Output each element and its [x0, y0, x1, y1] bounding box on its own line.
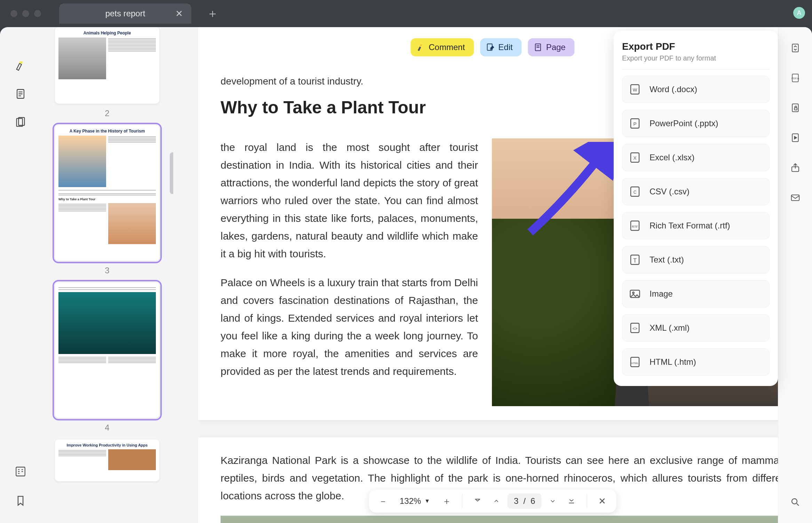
page-organize-icon[interactable]: [14, 115, 27, 129]
export-label: PowerPoint (.pptx): [650, 119, 718, 128]
next-page-button[interactable]: [545, 493, 560, 509]
page-thumbnail[interactable]: A Key Phase in the History of Tourism Wh…: [55, 125, 159, 275]
comment-mode-button[interactable]: Comment: [411, 38, 474, 56]
body-text: Palace on Wheels is a luxury train that …: [221, 274, 478, 380]
svg-text:RTF: RTF: [632, 225, 638, 228]
separator: [462, 494, 462, 508]
close-window-icon[interactable]: [10, 10, 17, 17]
edit-icon: [486, 43, 495, 52]
annotation-arrow: [516, 142, 614, 248]
svg-text:C: C: [634, 190, 637, 195]
export-option-csv[interactable]: C CSV (.csv): [622, 178, 770, 205]
page-thumbnail[interactable]: Improve Working Productivity in Using Ap…: [55, 440, 159, 481]
close-toolbar-button[interactable]: ✕: [595, 493, 610, 509]
right-toolbar: PDF/A: [778, 27, 812, 523]
export-label: Excel (.xlsx): [650, 153, 694, 162]
svg-text:HTML: HTML: [631, 362, 638, 365]
separator: [587, 494, 587, 508]
export-label: XML (.xml): [650, 323, 690, 333]
page-thumbnail[interactable]: Animals Helping People 2: [55, 27, 159, 118]
thumb-subtitle: Why to Take a Plant Tour: [58, 198, 156, 201]
thumb-image: [108, 203, 156, 244]
thumb-title: Improve Working Productivity in Using Ap…: [58, 443, 156, 447]
total-pages: 6: [531, 496, 535, 506]
user-avatar[interactable]: A: [793, 7, 805, 19]
main-viewport: Comment Edit Page development of a touri…: [173, 27, 812, 523]
export-option-excel[interactable]: X Excel (.xlsx): [622, 144, 770, 171]
zoom-in-button[interactable]: ＋: [439, 493, 454, 509]
svg-text:PDF/A: PDF/A: [791, 77, 799, 80]
edit-label: Edit: [498, 42, 512, 52]
thumb-image: [58, 136, 106, 187]
page-icon: [534, 43, 543, 52]
last-page-button[interactable]: [564, 493, 579, 509]
comment-label: Comment: [429, 42, 465, 52]
export-option-powerpoint[interactable]: P PowerPoint (.pptx): [622, 110, 770, 137]
close-tab-icon[interactable]: ✕: [175, 8, 183, 19]
pdfa-icon[interactable]: PDF/A: [788, 71, 802, 85]
xml-icon: <>: [629, 322, 641, 334]
thumbnail-scrollbar[interactable]: [170, 152, 173, 194]
export-option-xml[interactable]: <> XML (.xml): [622, 314, 770, 341]
document-tab[interactable]: pets report ✕: [59, 3, 191, 24]
highlighter-icon: [416, 43, 425, 52]
page-thumbnail[interactable]: 4: [55, 282, 159, 433]
svg-text:P: P: [633, 121, 636, 127]
left-toolbar: [0, 27, 41, 523]
export-label: Rich Text Format (.rtf): [650, 221, 730, 231]
avatar-initial: A: [797, 9, 801, 17]
rtf-icon: RTF: [629, 219, 641, 232]
export-label: Image: [650, 289, 673, 299]
convert-icon[interactable]: [788, 41, 802, 55]
export-label: CSV (.csv): [650, 187, 690, 196]
export-option-word[interactable]: W Word (.docx): [622, 76, 770, 103]
export-option-rtf[interactable]: RTF Rich Text Format (.rtf): [622, 212, 770, 239]
mail-icon[interactable]: [788, 191, 802, 204]
bookmark-icon[interactable]: [14, 494, 27, 508]
zoom-out-button[interactable]: －: [375, 493, 391, 509]
minimize-window-icon[interactable]: [22, 10, 29, 17]
text-icon: T: [629, 254, 641, 266]
highlighter-tool-icon[interactable]: [14, 58, 27, 72]
body-text: the royal land is the most sought after …: [221, 138, 478, 263]
svg-rect-5: [420, 44, 422, 46]
thumb-number: 3: [55, 266, 159, 275]
export-option-image[interactable]: Image: [622, 280, 770, 307]
export-subtitle: Export your PDF to any format: [622, 54, 770, 70]
share-icon[interactable]: [788, 161, 802, 175]
page-mode-button[interactable]: Page: [528, 38, 575, 56]
form-tool-icon[interactable]: [14, 87, 27, 101]
export-option-txt[interactable]: T Text (.txt): [622, 246, 770, 273]
content-image: [221, 516, 790, 523]
chevron-down-icon: ▼: [424, 498, 430, 504]
prev-page-button[interactable]: [489, 493, 504, 509]
page-label: Page: [546, 42, 566, 52]
properties-icon[interactable]: [14, 465, 27, 478]
protect-icon[interactable]: [788, 101, 802, 115]
export-label: HTML (.htm): [650, 357, 696, 367]
svg-text:T: T: [633, 257, 637, 264]
thumb-number: 4: [55, 423, 159, 433]
zoom-level[interactable]: 132% ▼: [394, 496, 436, 506]
thumb-image: [58, 292, 156, 354]
powerpoint-icon: P: [629, 117, 641, 130]
svg-point-34: [792, 499, 797, 504]
page-input[interactable]: 3 / 6: [508, 493, 541, 509]
slideshow-icon[interactable]: [788, 131, 802, 145]
first-page-button[interactable]: [470, 493, 485, 509]
export-option-html[interactable]: HTML HTML (.htm): [622, 348, 770, 376]
export-label: Word (.docx): [650, 85, 697, 94]
tab-title: pets report: [105, 9, 145, 18]
thumb-title: A Key Phase in the History of Tourism: [58, 129, 156, 134]
new-tab-button[interactable]: ＋: [207, 6, 218, 22]
thumb-number: 2: [55, 108, 159, 118]
svg-rect-4: [16, 467, 25, 476]
thumb-image: [58, 38, 106, 79]
svg-rect-33: [791, 195, 799, 201]
search-icon[interactable]: [788, 495, 802, 509]
svg-text:W: W: [633, 87, 637, 92]
maximize-window-icon[interactable]: [34, 10, 41, 17]
export-label: Text (.txt): [650, 255, 684, 265]
edit-mode-button[interactable]: Edit: [480, 38, 522, 56]
current-page: 3: [514, 496, 518, 506]
